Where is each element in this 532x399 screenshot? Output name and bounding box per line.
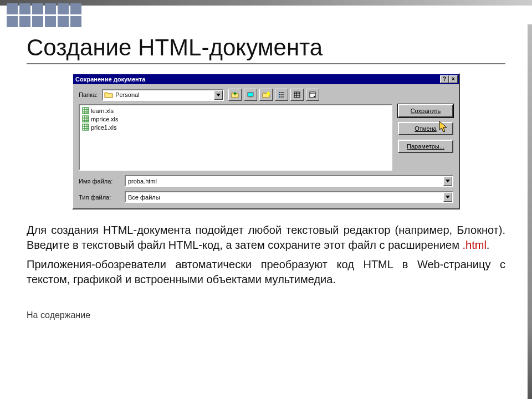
body-paragraph-1: Для создания HTML-документа подойдет люб…	[27, 223, 505, 253]
dialog-toolbar	[228, 89, 319, 101]
folder-icon	[104, 91, 113, 99]
new-folder-icon[interactable]	[259, 89, 273, 101]
details-view-icon[interactable]	[290, 89, 304, 101]
options-button[interactable]: Параметры...	[398, 140, 453, 153]
chevron-down-icon[interactable]	[443, 192, 452, 202]
body-paragraph-2: Приложения-обозреватели автоматически пр…	[27, 257, 505, 287]
spreadsheet-icon	[82, 107, 89, 114]
slide-decoration-top	[0, 0, 532, 24]
save-dialog: Сохранение документа ? × Папка: Personal	[72, 73, 460, 209]
svg-rect-1	[248, 93, 253, 96]
folder-value: Personal	[114, 91, 214, 98]
filename-label: Имя файла:	[79, 178, 120, 185]
chevron-down-icon[interactable]	[214, 90, 223, 100]
extension-highlight: .html	[463, 239, 487, 251]
svg-rect-15	[83, 108, 89, 114]
help-button[interactable]: ?	[440, 75, 449, 83]
folder-dropdown[interactable]: Personal	[102, 89, 224, 101]
commands-icon[interactable]	[306, 89, 319, 101]
page-title: Создание HTML-документа	[27, 34, 505, 64]
desktop-icon[interactable]	[244, 89, 257, 101]
chevron-down-icon[interactable]	[443, 176, 452, 186]
svg-rect-16	[83, 116, 89, 122]
save-button[interactable]: Сохранить	[398, 104, 453, 117]
svg-rect-9	[294, 92, 300, 98]
spreadsheet-icon	[82, 115, 89, 122]
svg-rect-5	[279, 96, 280, 98]
up-folder-icon[interactable]	[228, 89, 242, 101]
list-item[interactable]: learn.xls	[82, 106, 389, 115]
filetype-value: Все файлы	[126, 194, 443, 201]
dialog-titlebar[interactable]: Сохранение документа ? ×	[73, 74, 459, 84]
svg-rect-17	[83, 124, 89, 130]
close-button[interactable]: ×	[449, 75, 458, 83]
spreadsheet-icon	[82, 124, 89, 131]
cancel-button[interactable]: Отмена	[398, 122, 453, 135]
filename-value: proba.html	[126, 178, 443, 185]
toc-link[interactable]: На содержание	[27, 310, 90, 320]
svg-rect-4	[279, 94, 280, 95]
list-item[interactable]: mprice.xls	[82, 115, 389, 123]
folder-label: Папка:	[79, 91, 98, 98]
decoration-grid	[7, 3, 81, 27]
svg-rect-2	[249, 96, 252, 98]
filetype-dropdown[interactable]: Все файлы	[125, 191, 453, 203]
file-list[interactable]: learn.xls mprice.xls price1.xls	[79, 104, 392, 171]
list-view-icon[interactable]	[275, 89, 288, 101]
filetype-label: Тип файла:	[79, 194, 120, 201]
slide-decoration-side	[528, 24, 532, 399]
filename-input[interactable]: proba.html	[125, 175, 453, 187]
svg-rect-3	[279, 92, 280, 93]
list-item[interactable]: price1.xls	[82, 123, 389, 131]
dialog-title: Сохранение документа	[75, 76, 440, 83]
